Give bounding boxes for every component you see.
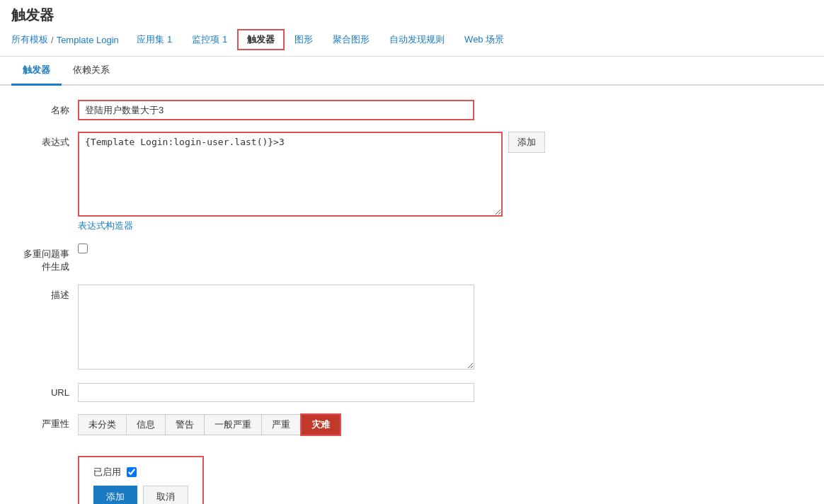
enabled-label: 已启用 bbox=[93, 466, 121, 479]
expression-textarea[interactable]: {Template Login:login-user.last()}>3 bbox=[78, 132, 503, 217]
cancel-button[interactable]: 取消 bbox=[143, 486, 188, 504]
enabled-section: 已启用 添加 取消 bbox=[78, 456, 204, 504]
name-control-wrap bbox=[78, 100, 803, 120]
multi-event-control-wrap bbox=[78, 244, 803, 256]
description-control-wrap bbox=[78, 285, 803, 372]
tab-trigger[interactable]: 触发器 bbox=[11, 57, 62, 86]
tab-dependency[interactable]: 依赖关系 bbox=[62, 57, 121, 86]
severity-btn-warning[interactable]: 警告 bbox=[165, 414, 205, 435]
submit-button[interactable]: 添加 bbox=[93, 486, 137, 504]
expression-builder-link[interactable]: 表达式构造器 bbox=[78, 219, 133, 232]
enabled-section-wrap: 已启用 添加 取消 bbox=[78, 447, 803, 504]
nav-item-auto-discover[interactable]: 自动发现规则 bbox=[379, 29, 454, 50]
multi-event-label: 多重问题事件生成 bbox=[21, 244, 78, 273]
name-label: 名称 bbox=[21, 100, 78, 117]
description-label: 描述 bbox=[21, 285, 78, 302]
expression-row: 表达式 {Template Login:login-user.last()}>3… bbox=[21, 132, 803, 232]
nav-item-graph[interactable]: 图形 bbox=[285, 29, 323, 50]
severity-row: 严重性 未分类 信息 警告 一般严重 严重 灾难 bbox=[21, 413, 803, 436]
multi-event-checkbox[interactable] bbox=[78, 244, 88, 253]
breadcrumb-template-name[interactable]: Template Login bbox=[57, 35, 119, 45]
name-row: 名称 bbox=[21, 100, 803, 120]
form-area: 名称 表达式 {Template Login:login-user.last()… bbox=[0, 86, 824, 504]
severity-btn-average[interactable]: 一般严重 bbox=[204, 414, 262, 435]
severity-buttons-group: 未分类 信息 警告 一般严重 严重 灾难 bbox=[78, 413, 803, 436]
action-buttons: 添加 取消 bbox=[93, 486, 188, 504]
breadcrumb-sep: / bbox=[51, 35, 54, 45]
nav-item-monitor[interactable]: 监控项 1 bbox=[182, 29, 237, 50]
description-textarea[interactable] bbox=[78, 285, 474, 370]
url-control-wrap bbox=[78, 383, 803, 402]
url-row: URL bbox=[21, 383, 803, 402]
add-expression-button[interactable]: 添加 bbox=[508, 132, 545, 153]
tabs-bar: 触发器 依赖关系 bbox=[0, 57, 824, 86]
enabled-row: 已启用 bbox=[93, 466, 188, 479]
url-input[interactable] bbox=[78, 383, 474, 402]
enabled-section-spacer bbox=[21, 447, 78, 452]
severity-btn-high[interactable]: 严重 bbox=[261, 414, 301, 435]
page-header: 触发器 所有模板 / Template Login 应用集 1 监控项 1 触发… bbox=[0, 0, 824, 57]
name-input[interactable] bbox=[78, 100, 474, 120]
severity-btn-info[interactable]: 信息 bbox=[126, 414, 166, 435]
severity-label: 严重性 bbox=[21, 413, 78, 430]
expression-label: 表达式 bbox=[21, 132, 78, 149]
content-area: 触发器 依赖关系 名称 表达式 {Template Login:login-us… bbox=[0, 57, 824, 504]
page-title: 触发器 bbox=[11, 6, 813, 25]
multi-event-row: 多重问题事件生成 bbox=[21, 244, 803, 273]
severity-btn-unclassified[interactable]: 未分类 bbox=[78, 414, 127, 435]
severity-control-wrap: 未分类 信息 警告 一般严重 严重 灾难 bbox=[78, 413, 803, 436]
breadcrumb: 所有模板 / Template Login 应用集 1 监控项 1 触发器 图形… bbox=[11, 29, 813, 50]
enabled-section-row: 已启用 添加 取消 bbox=[21, 447, 803, 504]
nav-item-appset[interactable]: 应用集 1 bbox=[127, 29, 182, 50]
expression-wrap: {Template Login:login-user.last()}>3 添加 bbox=[78, 132, 545, 217]
nav-item-web-scene[interactable]: Web 场景 bbox=[454, 29, 514, 50]
nav-item-agg-graph[interactable]: 聚合图形 bbox=[323, 29, 379, 50]
severity-btn-disaster[interactable]: 灾难 bbox=[300, 413, 341, 436]
url-label: URL bbox=[21, 383, 78, 398]
enabled-checkbox[interactable] bbox=[127, 467, 137, 477]
breadcrumb-sep2 bbox=[122, 35, 125, 45]
top-nav: 应用集 1 监控项 1 触发器 图形 聚合图形 自动发现规则 Web 场景 bbox=[127, 29, 514, 50]
description-row: 描述 bbox=[21, 285, 803, 372]
expression-control-wrap: {Template Login:login-user.last()}>3 添加 … bbox=[78, 132, 803, 232]
breadcrumb-all-templates[interactable]: 所有模板 bbox=[11, 33, 48, 46]
nav-item-trigger[interactable]: 触发器 bbox=[237, 29, 285, 50]
